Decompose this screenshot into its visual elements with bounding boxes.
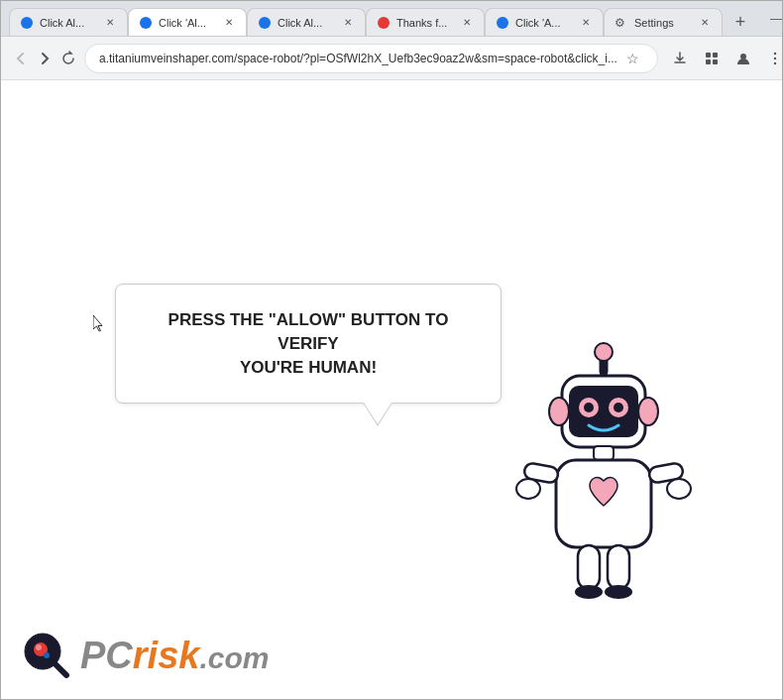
tab-3[interactable]: Click Al... ✕ bbox=[247, 8, 366, 36]
new-tab-button[interactable]: + bbox=[727, 8, 754, 36]
title-bar: Click Al... ✕ Click 'Al... ✕ Click Al...… bbox=[1, 1, 782, 37]
svg-point-4 bbox=[497, 17, 508, 29]
svg-point-11 bbox=[774, 57, 776, 58]
window-controls: — □ ✕ bbox=[766, 9, 783, 29]
tab-5-favicon bbox=[496, 16, 509, 30]
svg-point-31 bbox=[575, 585, 603, 599]
tab-3-title: Click Al... bbox=[278, 17, 335, 29]
tab-6[interactable]: ⚙ Settings ✕ bbox=[604, 8, 723, 36]
tab-4[interactable]: Thanks f... ✕ bbox=[366, 8, 485, 36]
svg-point-22 bbox=[638, 398, 658, 425]
tab-5-title: Click 'A... bbox=[515, 17, 573, 29]
svg-rect-6 bbox=[713, 53, 718, 58]
svg-point-12 bbox=[774, 61, 776, 63]
tab-4-close[interactable]: ✕ bbox=[460, 16, 474, 30]
tab-2-favicon bbox=[139, 16, 153, 30]
tab-3-favicon bbox=[258, 16, 272, 30]
address-text: a.titaniumveinshaper.com/space-robot/?pl… bbox=[99, 52, 617, 65]
back-button[interactable] bbox=[13, 45, 29, 72]
svg-rect-30 bbox=[608, 545, 629, 589]
download-icon[interactable] bbox=[666, 45, 694, 72]
svg-point-38 bbox=[44, 652, 50, 658]
svg-rect-5 bbox=[706, 53, 711, 58]
svg-point-3 bbox=[378, 17, 390, 29]
tab-6-close[interactable]: ✕ bbox=[698, 16, 712, 30]
tab-5-close[interactable]: ✕ bbox=[579, 16, 593, 30]
svg-rect-7 bbox=[706, 59, 711, 64]
profile-icon[interactable] bbox=[729, 45, 757, 72]
address-input[interactable]: a.titaniumveinshaper.com/space-robot/?pl… bbox=[84, 44, 658, 73]
com-text: .com bbox=[199, 642, 269, 674]
tab-2-title: Click 'Al... bbox=[159, 17, 216, 29]
pcrisk-logo-icon bbox=[21, 630, 72, 681]
svg-point-2 bbox=[259, 17, 271, 29]
pcrisk-text: PCrisk.com bbox=[80, 635, 269, 677]
toolbar-icons bbox=[666, 45, 783, 72]
svg-point-0 bbox=[21, 17, 33, 29]
tab-5[interactable]: Click 'A... ✕ bbox=[485, 8, 604, 36]
svg-point-32 bbox=[605, 585, 632, 599]
reload-button[interactable] bbox=[60, 45, 76, 72]
tab-1-close[interactable]: ✕ bbox=[103, 16, 117, 30]
svg-point-36 bbox=[36, 644, 42, 650]
tab-1[interactable]: Click Al... ✕ bbox=[9, 8, 128, 36]
svg-rect-23 bbox=[594, 446, 614, 460]
bookmark-icon[interactable]: ☆ bbox=[623, 49, 643, 68]
tab-4-favicon bbox=[377, 16, 391, 30]
robot-image bbox=[504, 342, 703, 620]
menu-icon[interactable] bbox=[761, 45, 783, 72]
svg-rect-8 bbox=[713, 59, 718, 64]
pc-text: PC bbox=[80, 635, 133, 676]
svg-point-14 bbox=[595, 343, 613, 361]
extension-icon[interactable] bbox=[698, 45, 726, 72]
tab-1-favicon bbox=[20, 16, 34, 30]
svg-point-21 bbox=[549, 398, 569, 425]
tab-4-title: Thanks f... bbox=[396, 17, 454, 29]
svg-point-10 bbox=[774, 52, 776, 54]
tab-3-close[interactable]: ✕ bbox=[341, 16, 355, 30]
speech-bubble: PRESS THE "ALLOW" BUTTON TO VERIFY YOU'R… bbox=[115, 284, 502, 404]
tab-strip: Click Al... ✕ Click 'Al... ✕ Click Al...… bbox=[9, 1, 754, 36]
tab-6-title: Settings bbox=[634, 17, 692, 29]
page-content: PRESS THE "ALLOW" BUTTON TO VERIFY YOU'R… bbox=[1, 80, 782, 699]
svg-point-1 bbox=[140, 17, 152, 29]
tab-1-title: Click Al... bbox=[40, 17, 97, 29]
svg-line-37 bbox=[55, 663, 66, 675]
svg-point-28 bbox=[667, 479, 691, 499]
address-icons: ☆ bbox=[623, 49, 643, 68]
address-bar: a.titaniumveinshaper.com/space-robot/?pl… bbox=[1, 37, 782, 80]
risk-text: risk bbox=[133, 635, 200, 676]
tab-2[interactable]: Click 'Al... ✕ bbox=[128, 8, 247, 36]
pcrisk-logo: PCrisk.com bbox=[21, 630, 269, 681]
tab-2-close[interactable]: ✕ bbox=[222, 16, 236, 30]
svg-rect-29 bbox=[578, 545, 600, 589]
browser-window: Click Al... ✕ Click 'Al... ✕ Click Al...… bbox=[0, 0, 783, 700]
svg-point-20 bbox=[614, 403, 623, 412]
svg-point-18 bbox=[584, 403, 594, 412]
minimize-button[interactable]: — bbox=[766, 9, 783, 29]
forward-button[interactable] bbox=[37, 45, 53, 72]
speech-bubble-text: PRESS THE "ALLOW" BUTTON TO VERIFY YOU'R… bbox=[144, 308, 473, 379]
cursor bbox=[93, 315, 105, 333]
svg-point-27 bbox=[516, 479, 540, 499]
tab-6-favicon: ⚙ bbox=[615, 16, 628, 30]
